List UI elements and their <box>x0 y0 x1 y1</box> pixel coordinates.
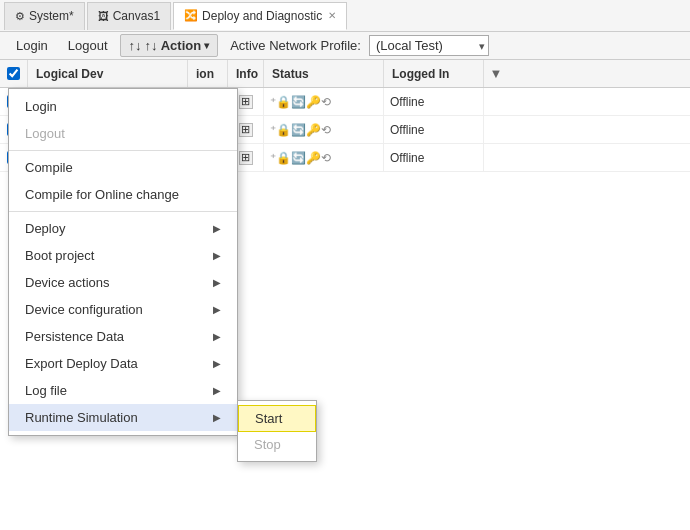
runtime-submenu: Start Stop <box>237 400 317 462</box>
device-actions-arrow: ▶ <box>213 277 221 288</box>
tab-deploy-label: Deploy and Diagnostic <box>202 9 322 23</box>
network-select[interactable]: (Local Test) <box>369 35 489 56</box>
action-dropdown-arrow: ▾ <box>204 40 209 51</box>
compile-online-label: Compile for Online change <box>25 187 179 202</box>
logout-label: Logout <box>25 126 65 141</box>
submenu-start[interactable]: Start <box>238 405 316 432</box>
row2-status-glyphs: ⁺🔒🔄🔑⟲ <box>270 123 331 137</box>
th-logged-in: Logged In <box>384 60 484 87</box>
th-filter-icon[interactable]: ▼ <box>484 66 508 81</box>
tab-deploy[interactable]: 🔀 Deploy and Diagnostic ✕ <box>173 2 347 30</box>
login-menu[interactable]: Login <box>8 35 56 56</box>
row3-info-btn[interactable]: ⊞ <box>239 151 253 165</box>
th-status: Status <box>264 60 384 87</box>
network-profile-label: Active Network Profile: <box>230 38 361 53</box>
dropdown-login[interactable]: Login <box>9 93 237 120</box>
dropdown-logfile[interactable]: Log file ▶ <box>9 377 237 404</box>
device-config-label: Device configuration <box>25 302 143 317</box>
dropdown-compile[interactable]: Compile <box>9 154 237 181</box>
dropdown-deploy[interactable]: Deploy ▶ <box>9 215 237 242</box>
export-arrow: ▶ <box>213 358 221 369</box>
dropdown-boot[interactable]: Boot project ▶ <box>9 242 237 269</box>
persistence-label: Persistence Data <box>25 329 124 344</box>
select-all-checkbox[interactable] <box>7 67 20 80</box>
tab-system-label: System* <box>29 9 74 23</box>
row1-status-icons: ⁺🔒🔄🔑⟲ <box>264 88 384 115</box>
logout-menu[interactable]: Logout <box>60 35 116 56</box>
row1-info-btn[interactable]: ⊞ <box>239 95 253 109</box>
separator-2 <box>9 211 237 212</box>
table-header: Logical Dev ion Info Status Logged In ▼ <box>0 60 690 88</box>
th-ion: ion <box>188 60 228 87</box>
row2-offline: Offline <box>384 116 484 143</box>
main-content: Logical Dev ion Info Status Logged In ▼ … <box>0 60 690 530</box>
tab-canvas-label: Canvas1 <box>113 9 160 23</box>
row1-offline: Offline <box>384 88 484 115</box>
action-icon: ↑↓ <box>129 38 142 53</box>
th-logical-device: Logical Dev <box>28 60 188 87</box>
dropdown-runtime[interactable]: Runtime Simulation ▶ Start Stop <box>9 404 237 431</box>
device-actions-label: Device actions <box>25 275 110 290</box>
runtime-label: Runtime Simulation <box>25 410 138 425</box>
deploy-icon: 🔀 <box>184 9 198 22</box>
dropdown-compile-online[interactable]: Compile for Online change <box>9 181 237 208</box>
system-icon: ⚙ <box>15 10 25 23</box>
submenu-stop: Stop <box>238 432 316 457</box>
action-dropdown: Login Logout Compile Compile for Online … <box>8 88 238 436</box>
th-ion-label: ion <box>196 67 214 81</box>
device-config-arrow: ▶ <box>213 304 221 315</box>
tab-system[interactable]: ⚙ System* <box>4 2 85 30</box>
th-status-label: Status <box>272 67 309 81</box>
th-info: Info <box>228 60 264 87</box>
login-label: Login <box>25 99 57 114</box>
logfile-arrow: ▶ <box>213 385 221 396</box>
action-label: ↑↓ Action <box>145 38 202 53</box>
th-info-label: Info <box>236 67 258 81</box>
boot-label: Boot project <box>25 248 94 263</box>
action-button[interactable]: ↑↓ ↑↓ Action ▾ <box>120 34 219 57</box>
row2-info-btn[interactable]: ⊞ <box>239 123 253 137</box>
row1-status-glyphs: ⁺🔒🔄🔑⟲ <box>270 95 331 109</box>
row3-status-glyphs: ⁺🔒🔄🔑⟲ <box>270 151 331 165</box>
row2-status-icons: ⁺🔒🔄🔑⟲ <box>264 116 384 143</box>
row3-status-icons: ⁺🔒🔄🔑⟲ <box>264 144 384 171</box>
dropdown-export[interactable]: Export Deploy Data ▶ <box>9 350 237 377</box>
row1-status-text: Offline <box>390 95 424 109</box>
compile-label: Compile <box>25 160 73 175</box>
deploy-submenu-arrow: ▶ <box>213 223 221 234</box>
title-bar: ⚙ System* 🖼 Canvas1 🔀 Deploy and Diagnos… <box>0 0 690 32</box>
logfile-label: Log file <box>25 383 67 398</box>
canvas-icon: 🖼 <box>98 10 109 22</box>
network-select-wrapper[interactable]: (Local Test) <box>365 35 489 56</box>
separator-1 <box>9 150 237 151</box>
row3-status-text: Offline <box>390 151 424 165</box>
th-select-all[interactable] <box>0 60 28 87</box>
deploy-label: Deploy <box>25 221 65 236</box>
menu-bar: Login Logout ↑↓ ↑↓ Action ▾ Active Netwo… <box>0 32 690 60</box>
persistence-arrow: ▶ <box>213 331 221 342</box>
th-logged-label: Logged In <box>392 67 449 81</box>
export-label: Export Deploy Data <box>25 356 138 371</box>
runtime-arrow: ▶ <box>213 412 221 423</box>
close-tab-icon[interactable]: ✕ <box>328 10 336 21</box>
row3-offline: Offline <box>384 144 484 171</box>
dropdown-persistence[interactable]: Persistence Data ▶ <box>9 323 237 350</box>
th-logical-label: Logical Dev <box>36 67 103 81</box>
boot-submenu-arrow: ▶ <box>213 250 221 261</box>
stop-label: Stop <box>254 437 281 452</box>
dropdown-logout: Logout <box>9 120 237 147</box>
dropdown-device-actions[interactable]: Device actions ▶ <box>9 269 237 296</box>
dropdown-device-config[interactable]: Device configuration ▶ <box>9 296 237 323</box>
start-label: Start <box>255 411 282 426</box>
tab-canvas[interactable]: 🖼 Canvas1 <box>87 2 171 30</box>
row2-status-text: Offline <box>390 123 424 137</box>
